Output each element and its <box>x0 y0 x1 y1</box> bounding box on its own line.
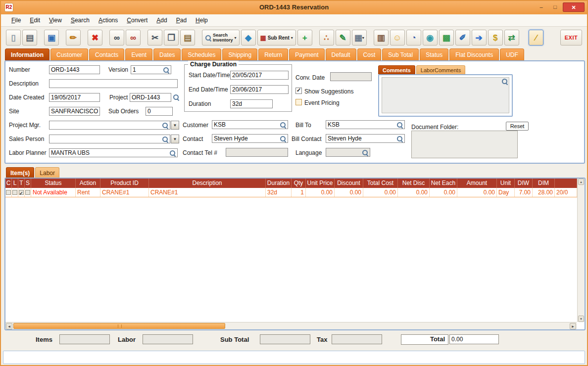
billing-button[interactable]: $ <box>488 30 503 46</box>
menu-search[interactable]: Search <box>66 15 94 26</box>
project-mgr-dropdown-button[interactable] <box>171 121 179 130</box>
document-folder-box[interactable] <box>411 131 518 158</box>
column-header-qty[interactable]: Qty <box>292 179 306 188</box>
column-header-net_each[interactable]: Net Each <box>430 179 457 188</box>
column-header-description[interactable]: Description <box>149 179 266 188</box>
project-mgr-search-icon[interactable] <box>162 122 168 129</box>
labor-planner-search-icon[interactable] <box>169 150 176 156</box>
description-field[interactable] <box>49 79 178 88</box>
report-button[interactable]: ▥ <box>374 30 389 46</box>
minimize-button[interactable]: – <box>535 2 547 12</box>
row-checkbox-c[interactable] <box>6 190 11 195</box>
edit-button[interactable]: ✏ <box>66 30 81 46</box>
tab-return[interactable]: Return <box>258 48 288 60</box>
row-checkbox-s[interactable] <box>25 190 30 195</box>
sub-rent-button[interactable]: ▦Sub Rent▾ <box>257 30 296 46</box>
paste-button[interactable]: ▤ <box>180 30 195 46</box>
search-inventory-button[interactable]: SearchInventory▾ <box>202 30 240 46</box>
tab-dates[interactable]: Dates <box>153 48 181 60</box>
column-header-s[interactable]: S <box>25 179 31 188</box>
menu-help[interactable]: Help <box>191 15 212 26</box>
project-search-icon[interactable] <box>173 94 179 100</box>
tab-item-s[interactable]: Item(s) <box>6 167 34 178</box>
delete-button[interactable]: ✖ <box>88 30 102 46</box>
end-date-field[interactable]: 20/06/2017 <box>230 85 289 94</box>
sub-orders-field[interactable]: 0 <box>146 107 173 116</box>
site-field[interactable]: SANFRANCISCO <box>49 107 100 116</box>
menu-view[interactable]: View <box>45 15 66 26</box>
media-disc-button[interactable]: ◉ <box>423 30 438 46</box>
customer-search-icon[interactable] <box>280 122 286 128</box>
column-header-product_id[interactable]: Product ID <box>100 179 149 188</box>
customer-service-button[interactable]: ☺ <box>390 30 405 46</box>
column-header-l[interactable]: L <box>12 179 18 188</box>
column-header-net_disc[interactable]: Net Disc <box>398 179 430 188</box>
tab-contacts[interactable]: Contacts <box>89 48 124 60</box>
bill-to-field[interactable]: KSB <box>326 120 405 129</box>
menu-edit[interactable]: Edit <box>25 15 45 26</box>
vertical-scrollbar[interactable]: ▲ ▼ <box>577 179 585 322</box>
project-mgr-field[interactable] <box>49 121 170 130</box>
tab-schedules[interactable]: Schedules <box>182 48 221 60</box>
column-header-t[interactable]: T <box>18 179 25 188</box>
column-header-start_date[interactable] <box>555 179 577 188</box>
comments-search-icon[interactable] <box>501 78 508 85</box>
tab-event[interactable]: Event <box>125 48 152 60</box>
assets-cubes-button[interactable]: ▩ <box>439 30 454 46</box>
cut-button[interactable]: ✂ <box>147 30 162 46</box>
bill-to-search-icon[interactable] <box>396 122 403 128</box>
sales-person-field[interactable] <box>49 135 170 143</box>
column-header-amount[interactable]: Amount <box>457 179 497 188</box>
ink-drop-button[interactable]: ◆ <box>241 30 256 46</box>
column-header-status[interactable]: Status <box>31 179 76 188</box>
close-button[interactable]: ✕ <box>563 2 585 12</box>
version-search-icon[interactable] <box>163 67 169 73</box>
edit-document-button[interactable]: ✐ <box>455 30 470 46</box>
menu-add[interactable]: Add <box>152 15 171 26</box>
column-header-dim[interactable]: DIM <box>533 179 555 188</box>
delivery-schedule-button[interactable]: ◔ <box>406 30 421 46</box>
exit-button[interactable]: EXIT <box>560 30 582 46</box>
column-header-total_cost[interactable]: Total Cost <box>363 179 398 188</box>
start-date-field[interactable]: 20/05/2017 <box>230 71 289 80</box>
scroll-up-icon[interactable]: ▲ <box>578 179 584 185</box>
print-button[interactable]: ▤ <box>22 30 37 46</box>
horizontal-scrollbar[interactable]: ◀ ▶ <box>5 322 577 329</box>
binoculars-button[interactable]: ∞ <box>109 30 124 46</box>
sales-person-search-icon[interactable] <box>162 136 168 142</box>
number-field[interactable]: ORD-1443 <box>49 65 100 74</box>
customer-field[interactable]: KSB <box>212 120 288 129</box>
project-field[interactable]: ORD-1443 <box>130 93 171 102</box>
language-search-icon[interactable] <box>362 149 368 156</box>
menu-convert[interactable]: Convert <box>122 15 152 26</box>
column-header-action[interactable]: Action <box>76 179 100 188</box>
menu-actions[interactable]: Actions <box>94 15 122 26</box>
show-suggestions-checkbox[interactable] <box>295 88 302 94</box>
save-button[interactable]: ▣ <box>44 30 59 46</box>
tab-cost[interactable]: Cost <box>357 48 382 60</box>
horizontal-scroll-thumb[interactable] <box>13 323 225 329</box>
tab-flat-discounts[interactable]: Flat Discounts <box>449 48 499 60</box>
column-header-discount[interactable]: Discount <box>335 179 363 188</box>
date-created-field[interactable]: 19/05/2017 <box>49 93 100 102</box>
tab-status[interactable]: Status <box>420 48 448 60</box>
bill-contact-field[interactable]: Steven Hyde <box>326 134 405 143</box>
sales-person-dropdown-button[interactable] <box>171 135 179 143</box>
duration-field[interactable]: 32d <box>230 99 273 108</box>
contact-search-icon[interactable] <box>280 136 286 142</box>
menu-pad[interactable]: Pad <box>172 15 191 26</box>
comments-text-area[interactable] <box>382 77 509 113</box>
version-field[interactable]: 1 <box>131 65 171 74</box>
new-document-button[interactable]: ▯ <box>6 30 21 46</box>
maximize-button[interactable]: □ <box>549 2 561 12</box>
tab-payment[interactable]: Payment <box>289 48 324 60</box>
kit-group-button[interactable]: ∴ <box>319 30 334 46</box>
column-header-c[interactable]: C <box>5 179 12 188</box>
rates-grid-button[interactable]: ▦▾ <box>352 30 367 46</box>
reset-button[interactable]: Reset <box>506 122 529 131</box>
scroll-down-icon[interactable]: ▼ <box>578 316 584 322</box>
tab-labor[interactable]: Labor <box>35 167 59 178</box>
row-checkbox-l[interactable] <box>12 190 17 195</box>
event-pricing-checkbox[interactable] <box>295 99 302 105</box>
scroll-right-icon[interactable]: ▶ <box>570 323 576 329</box>
